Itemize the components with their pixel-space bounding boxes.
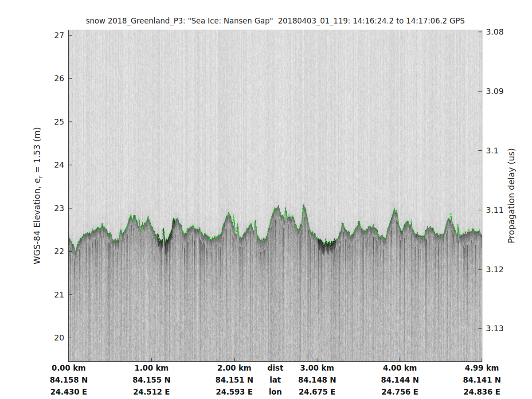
delay-tick-label: 3.08 bbox=[486, 28, 504, 36]
x-axis-column: 2.00 km84.151 N24.593 E bbox=[215, 362, 254, 398]
elevation-tick-label: 26 bbox=[54, 74, 64, 82]
distance-label: 4.00 km bbox=[381, 362, 419, 374]
delay-tick-label: 3.11 bbox=[486, 206, 504, 214]
delay-tick-label: 3.1 bbox=[486, 147, 499, 155]
units-lon-label: lon bbox=[267, 386, 283, 398]
distance-label: 4.99 km bbox=[463, 362, 501, 374]
figure-title: snow 2018_Greenland_P3: "Sea Ice: Nansen… bbox=[69, 16, 482, 25]
latitude-label: 84.148 N bbox=[298, 374, 336, 386]
elevation-tick-label: 27 bbox=[54, 31, 64, 39]
latitude-label: 84.151 N bbox=[215, 374, 254, 386]
echogram-figure: snow 2018_Greenland_P3: "Sea Ice: Nansen… bbox=[0, 0, 532, 399]
units-dist-label: dist bbox=[267, 362, 283, 374]
delay-tick-label: 3.13 bbox=[486, 325, 504, 332]
x-axis-column: 1.00 km84.155 N24.512 E bbox=[133, 362, 171, 398]
elevation-tick-label: 20 bbox=[54, 334, 64, 342]
x-axis-column: 3.00 km84.148 N24.675 E bbox=[298, 362, 336, 398]
distance-label: 0.00 km bbox=[50, 362, 88, 374]
elevation-tick-labels: 2726252423222120 bbox=[0, 0, 65, 399]
delay-tick-label: 3.12 bbox=[486, 266, 504, 274]
longitude-label: 24.430 E bbox=[50, 386, 88, 398]
x-axis-column: 4.99 km84.141 N24.836 E bbox=[463, 362, 501, 398]
x-axis-column: 0.00 km84.158 N24.430 E bbox=[50, 362, 88, 398]
units-lat-label: lat bbox=[267, 374, 283, 386]
delay-tick-labels: 3.083.093.13.113.123.13 bbox=[486, 0, 530, 399]
distance-label: 1.00 km bbox=[133, 362, 171, 374]
latitude-label: 84.144 N bbox=[381, 374, 419, 386]
longitude-label: 24.593 E bbox=[215, 386, 254, 398]
delay-tick-label: 3.09 bbox=[486, 87, 504, 95]
echogram-canvas[interactable] bbox=[69, 30, 482, 361]
latitude-label: 84.155 N bbox=[133, 374, 171, 386]
longitude-label: 24.675 E bbox=[298, 386, 336, 398]
elevation-tick-label: 23 bbox=[54, 204, 64, 212]
elevation-tick-label: 21 bbox=[54, 291, 64, 299]
elevation-tick-label: 22 bbox=[54, 247, 64, 255]
distance-lat-lon-labels: 0.00 km84.158 N24.430 E1.00 km84.155 N24… bbox=[0, 362, 532, 399]
latitude-label: 84.158 N bbox=[50, 374, 88, 386]
elevation-tick-label: 25 bbox=[54, 118, 64, 126]
distance-label: 3.00 km bbox=[298, 362, 336, 374]
x-axis-column: 4.00 km84.144 N24.756 E bbox=[381, 362, 419, 398]
longitude-label: 24.756 E bbox=[381, 386, 419, 398]
x-axis-column: distlatlon bbox=[267, 362, 283, 398]
longitude-label: 24.512 E bbox=[133, 386, 171, 398]
latitude-label: 84.141 N bbox=[463, 374, 501, 386]
longitude-label: 24.836 E bbox=[463, 386, 501, 398]
elevation-tick-label: 24 bbox=[54, 161, 64, 169]
plot-area[interactable] bbox=[68, 30, 482, 362]
distance-label: 2.00 km bbox=[215, 362, 254, 374]
